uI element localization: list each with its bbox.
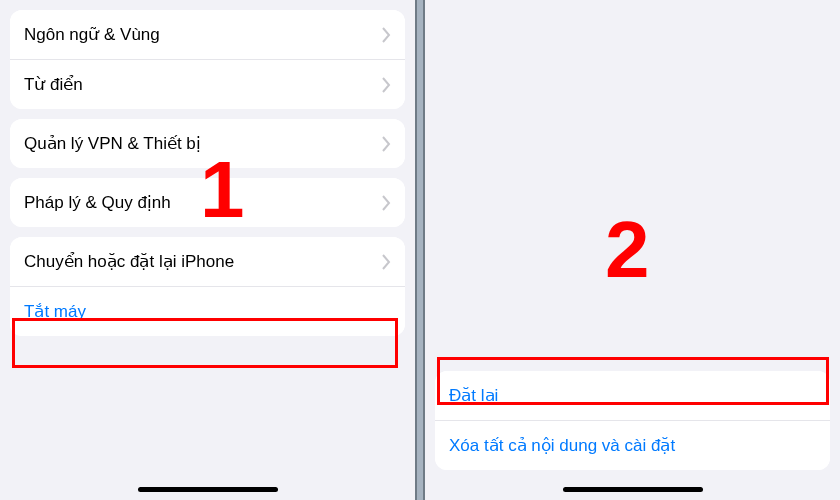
- chevron-right-icon: [381, 195, 391, 211]
- row-label: Ngôn ngữ & Vùng: [24, 24, 381, 45]
- row-reset[interactable]: Đặt lại: [435, 371, 830, 420]
- row-dictionary[interactable]: Từ điển: [10, 59, 405, 109]
- row-label: Đặt lại: [449, 385, 816, 406]
- settings-group-language: Ngôn ngữ & Vùng Từ điển: [10, 10, 405, 109]
- row-erase-all[interactable]: Xóa tất cả nội dung và cài đặt: [435, 420, 830, 470]
- row-transfer-reset[interactable]: Chuyển hoặc đặt lại iPhone: [10, 237, 405, 286]
- row-label: Tắt máy: [24, 301, 391, 322]
- screenshot-step-1: Ngôn ngữ & Vùng Từ điển Quản lý VPN & Th…: [0, 0, 417, 500]
- row-shutdown[interactable]: Tắt máy: [10, 286, 405, 336]
- chevron-right-icon: [381, 27, 391, 43]
- row-label: Từ điển: [24, 74, 381, 95]
- row-language-region[interactable]: Ngôn ngữ & Vùng: [10, 10, 405, 59]
- row-legal[interactable]: Pháp lý & Quy định: [10, 178, 405, 227]
- settings-group-reset: Chuyển hoặc đặt lại iPhone Tắt máy: [10, 237, 405, 336]
- home-indicator[interactable]: [563, 487, 703, 492]
- screenshot-step-2: Đặt lại Xóa tất cả nội dung và cài đặt 2: [423, 0, 840, 500]
- chevron-right-icon: [381, 136, 391, 152]
- chevron-right-icon: [381, 77, 391, 93]
- chevron-right-icon: [381, 254, 391, 270]
- reset-options-group: Đặt lại Xóa tất cả nội dung và cài đặt: [435, 371, 830, 470]
- settings-group-legal: Pháp lý & Quy định: [10, 178, 405, 227]
- settings-group-vpn: Quản lý VPN & Thiết bị: [10, 119, 405, 168]
- row-label: Chuyển hoặc đặt lại iPhone: [24, 251, 381, 272]
- row-label: Quản lý VPN & Thiết bị: [24, 133, 381, 154]
- row-label: Xóa tất cả nội dung và cài đặt: [449, 435, 816, 456]
- home-indicator[interactable]: [138, 487, 278, 492]
- annotation-step-number-2: 2: [605, 210, 650, 290]
- row-label: Pháp lý & Quy định: [24, 192, 381, 213]
- row-vpn-device[interactable]: Quản lý VPN & Thiết bị: [10, 119, 405, 168]
